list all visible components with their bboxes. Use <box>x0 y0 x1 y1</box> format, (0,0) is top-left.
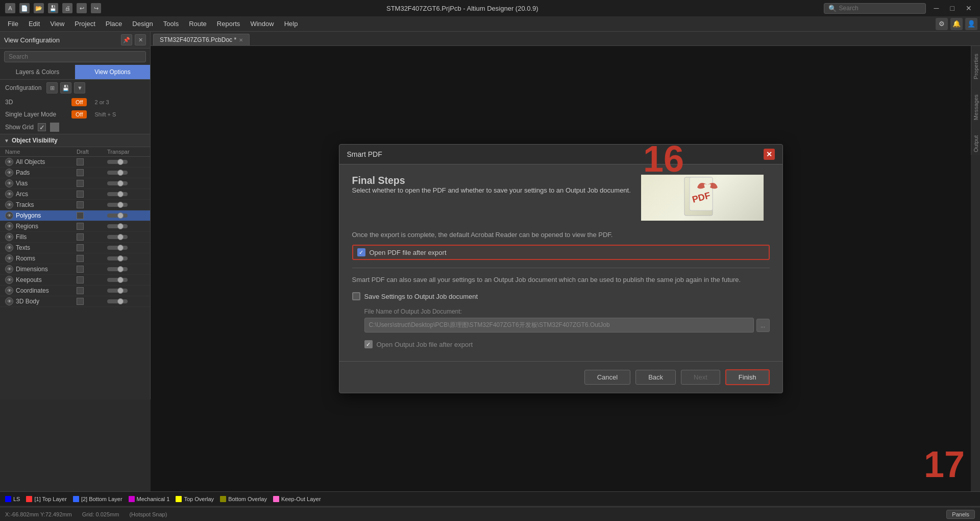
transpar-slider[interactable] <box>107 246 128 250</box>
open-pdf-checkbox[interactable] <box>357 248 365 256</box>
save-settings-checkbox[interactable] <box>352 292 360 300</box>
transpar-slider[interactable] <box>107 192 128 196</box>
eye-icon[interactable]: 👁 <box>5 297 13 305</box>
transpar-slider[interactable] <box>107 160 128 164</box>
draft-check[interactable] <box>77 233 84 241</box>
layer-keepout[interactable]: Keep-Out Layer <box>273 496 321 502</box>
transpar-slider[interactable] <box>107 299 128 303</box>
transpar-slider[interactable] <box>107 203 128 207</box>
object-visibility-header[interactable]: ▼ Object Visibility <box>0 134 150 147</box>
finish-button[interactable]: Finish <box>725 369 770 385</box>
transpar-slider[interactable] <box>107 256 128 260</box>
cancel-button[interactable]: Cancel <box>584 370 630 385</box>
file-browse-button[interactable]: ... <box>756 319 770 332</box>
menu-design[interactable]: Design <box>127 18 158 30</box>
file-path-input[interactable]: C:\Users\struct\Desktop\PCB\原理图\STM32F40… <box>364 318 754 333</box>
3d-toggle-button[interactable]: Off <box>71 98 87 106</box>
menu-help[interactable]: Help <box>279 18 303 30</box>
draft-check[interactable] <box>77 276 84 283</box>
search-input[interactable] <box>839 5 916 12</box>
draft-check[interactable] <box>77 191 84 198</box>
layer-top-overlay[interactable]: Top Overlay <box>176 496 214 502</box>
transpar-slider[interactable] <box>107 224 128 228</box>
show-grid-checkbox[interactable]: ✓ <box>38 123 46 131</box>
redo-icon[interactable]: ↪ <box>91 3 101 13</box>
panels-button[interactable]: Panels <box>946 510 975 519</box>
draft-check[interactable] <box>77 201 84 208</box>
messages-panel-tab[interactable]: Messages <box>972 92 980 123</box>
open-icon[interactable]: 📂 <box>34 3 44 13</box>
menu-view[interactable]: View <box>45 18 69 30</box>
layer-top[interactable]: [1] Top Layer <box>26 496 66 502</box>
draft-check[interactable] <box>77 244 84 251</box>
draft-check[interactable] <box>77 223 84 230</box>
transpar-slider[interactable] <box>107 278 128 282</box>
draft-check[interactable] <box>77 180 84 187</box>
grid-color-box[interactable] <box>50 123 59 132</box>
draft-check[interactable] <box>77 298 84 305</box>
layer-bottom[interactable]: [2] Bottom Layer <box>73 496 122 502</box>
back-button[interactable]: Back <box>635 370 676 385</box>
eye-icon[interactable]: 👁 <box>5 169 13 177</box>
eye-icon[interactable]: 👁 <box>5 179 13 187</box>
panel-search-input[interactable] <box>4 51 146 62</box>
eye-icon[interactable]: 👁 <box>5 158 13 166</box>
config-more-icon[interactable]: ▼ <box>74 82 85 93</box>
eye-icon[interactable]: 👁 <box>5 190 13 198</box>
menu-window[interactable]: Window <box>245 18 279 30</box>
single-layer-toggle-button[interactable]: Off <box>71 110 87 119</box>
draft-check[interactable] <box>77 158 84 165</box>
draft-check[interactable] <box>77 212 84 219</box>
menu-edit[interactable]: Edit <box>23 18 45 30</box>
eye-icon[interactable]: 👁 <box>5 276 13 284</box>
settings-icon[interactable]: ⚙ <box>936 18 948 30</box>
panel-close-icon[interactable]: ✕ <box>135 34 146 45</box>
transpar-slider[interactable] <box>107 289 128 293</box>
transpar-slider[interactable] <box>107 181 128 185</box>
config-icon1[interactable]: ⊞ <box>46 82 58 93</box>
eye-icon[interactable]: 👁 <box>5 233 13 241</box>
titlebar-search-box[interactable]: 🔍 <box>824 3 926 14</box>
eye-icon[interactable]: 👁 <box>5 287 13 295</box>
transpar-slider[interactable] <box>107 235 128 239</box>
menu-route[interactable]: Route <box>184 18 212 30</box>
layer-mechanical[interactable]: Mechanical 1 <box>129 496 170 502</box>
save-icon[interactable]: 💾 <box>48 3 58 13</box>
tab-layers-colors[interactable]: Layers & Colors <box>0 65 75 79</box>
eye-icon[interactable]: 👁 <box>5 265 13 273</box>
close-button[interactable]: ✕ <box>963 4 975 12</box>
doc-tab-close-icon[interactable]: ✕ <box>239 37 243 43</box>
layer-ls[interactable]: LS <box>5 496 20 502</box>
draft-check[interactable] <box>77 255 84 262</box>
config-save-icon[interactable]: 💾 <box>60 82 71 93</box>
eye-icon[interactable]: 👁 <box>5 254 13 263</box>
open-pdf-checkbox-row[interactable]: Open PDF file after export <box>352 245 770 260</box>
menu-file[interactable]: File <box>3 18 23 30</box>
open-output-checkbox[interactable] <box>364 340 373 348</box>
new-icon[interactable]: 📄 <box>19 3 30 13</box>
eye-icon[interactable]: 👁 <box>5 201 13 209</box>
modal-close-button[interactable]: ✕ <box>764 149 775 160</box>
menu-tools[interactable]: Tools <box>158 18 184 30</box>
eye-icon[interactable]: 👁 <box>5 244 13 252</box>
notification-icon[interactable]: 🔔 <box>950 18 963 30</box>
transpar-slider[interactable] <box>107 214 128 218</box>
menu-reports[interactable]: Reports <box>212 18 246 30</box>
open-output-checkbox-row[interactable]: Open Output Job file after export <box>364 338 770 351</box>
transpar-slider[interactable] <box>107 171 128 175</box>
maximize-button[interactable]: □ <box>947 4 958 12</box>
document-tab[interactable]: STM32F407ZGT6.PcbDoc * ✕ <box>153 34 250 45</box>
transpar-slider[interactable] <box>107 267 128 271</box>
properties-panel-tab[interactable]: Properties <box>972 51 980 82</box>
panel-pin-icon[interactable]: 📌 <box>121 34 132 45</box>
draft-check[interactable] <box>77 169 84 176</box>
draft-check[interactable] <box>77 287 84 294</box>
eye-icon[interactable]: 👁 <box>5 211 13 220</box>
layer-bottom-overlay[interactable]: Bottom Overlay <box>220 496 267 502</box>
menu-place[interactable]: Place <box>101 18 128 30</box>
tab-view-options[interactable]: View Options <box>75 65 150 79</box>
draft-check[interactable] <box>77 266 84 273</box>
output-panel-tab[interactable]: Output <box>972 133 980 155</box>
user-icon[interactable]: 👤 <box>965 18 977 30</box>
minimize-button[interactable]: ─ <box>931 4 942 12</box>
